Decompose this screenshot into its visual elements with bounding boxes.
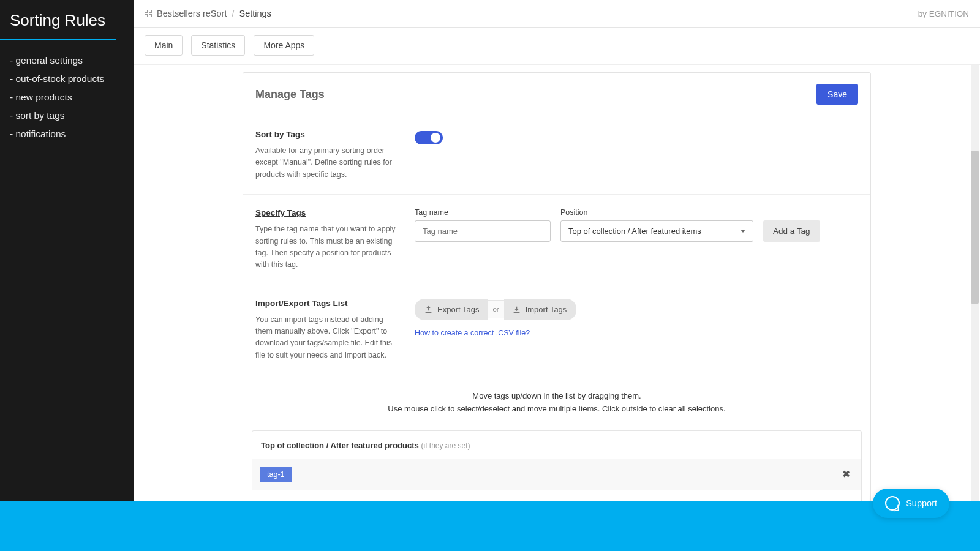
zone-top-title: Top of collection / After featured produ… <box>261 441 421 450</box>
tab-statistics[interactable]: Statistics <box>191 35 245 56</box>
sort-by-tags-heading: Sort by Tags <box>255 130 400 139</box>
reorder-hint-2: Use mouse click to select/deselect and m… <box>249 403 864 416</box>
content-scroll[interactable]: Manage Tags Save Sort by Tags Available … <box>134 65 980 501</box>
tab-main[interactable]: Main <box>145 35 183 56</box>
zone-top-subtitle: (if they are set) <box>421 441 470 450</box>
support-button[interactable]: Support <box>873 489 949 501</box>
import-export-heading: Import/Export Tags List <box>255 299 400 308</box>
vendor-byline: by EGNITION <box>918 9 969 18</box>
tag-zones: Top of collection / After featured produ… <box>252 430 862 501</box>
import-export-desc: You can import tags instead of adding th… <box>255 314 400 362</box>
apps-icon <box>145 10 152 17</box>
scrollbar[interactable] <box>971 65 979 501</box>
download-icon <box>513 305 521 313</box>
position-value: Top of collection / After featured items <box>568 227 701 236</box>
sidebar-item-notifications[interactable]: - notifications <box>10 125 124 143</box>
save-button[interactable]: Save <box>816 84 858 105</box>
tag-chip[interactable]: tag-1 <box>260 467 292 482</box>
zone-top-heading: Top of collection / After featured produ… <box>252 431 861 459</box>
sidebar-item-general[interactable]: - general settings <box>10 51 124 70</box>
sort-by-tags-toggle[interactable] <box>415 131 443 144</box>
sidebar-title: Sorting Rules <box>0 0 134 39</box>
tag-name-input[interactable] <box>415 220 551 242</box>
breadcrumb: Bestsellers reSort / Settings <box>145 9 271 18</box>
or-separator: or <box>488 300 503 318</box>
manage-tags-panel: Manage Tags Save Sort by Tags Available … <box>243 72 871 501</box>
sidebar: Sorting Rules - general settings - out-o… <box>0 0 134 501</box>
add-tag-button[interactable]: Add a Tag <box>763 220 820 242</box>
reorder-hint-1: Move tags up/down in the list by draggin… <box>249 390 864 403</box>
support-label: Support <box>906 498 937 501</box>
tag-name-label: Tag name <box>415 208 551 217</box>
zone-top-body[interactable]: tag-1 ✖ <box>252 459 861 490</box>
export-tags-button[interactable]: Export Tags <box>415 299 488 320</box>
position-label: Position <box>560 208 753 217</box>
import-export-group: Export Tags or Import Tags <box>415 299 858 320</box>
import-tags-label: Import Tags <box>526 305 567 314</box>
sidebar-underline <box>0 39 116 40</box>
panel-title: Manage Tags <box>255 88 325 101</box>
toggle-knob <box>431 133 440 143</box>
scrollbar-thumb[interactable] <box>971 151 979 304</box>
breadcrumb-separator: / <box>232 9 234 18</box>
tab-more-apps[interactable]: More Apps <box>254 35 314 56</box>
export-tags-label: Export Tags <box>437 305 479 314</box>
close-icon[interactable]: ✖ <box>839 468 854 480</box>
breadcrumb-app-link[interactable]: Bestsellers reSort <box>157 9 227 18</box>
reorder-instructions: Move tags up/down in the list by draggin… <box>243 375 870 422</box>
specify-tags-heading: Specify Tags <box>255 208 400 217</box>
chat-icon <box>885 496 900 501</box>
breadcrumb-current: Settings <box>239 9 271 18</box>
sort-by-tags-desc: Available for any primary sorting order … <box>255 145 400 181</box>
main-area: Bestsellers reSort / Settings by EGNITIO… <box>134 0 980 501</box>
zone-before-oos-heading: Before out of stock products <box>252 490 861 501</box>
tabbar: Main Statistics More Apps <box>134 28 980 65</box>
sidebar-item-new-products[interactable]: - new products <box>10 88 124 107</box>
csv-help-link[interactable]: How to create a correct .CSV file? <box>415 329 858 337</box>
topbar: Bestsellers reSort / Settings by EGNITIO… <box>134 0 980 28</box>
import-tags-button[interactable]: Import Tags <box>504 299 577 320</box>
sidebar-item-sort-by-tags[interactable]: - sort by tags <box>10 107 124 125</box>
upload-icon <box>424 305 432 313</box>
sidebar-item-out-of-stock[interactable]: - out-of-stock products <box>10 70 124 88</box>
specify-tags-desc: Type the tag name that you want to apply… <box>255 223 400 271</box>
chevron-down-icon <box>741 230 745 233</box>
position-select[interactable]: Top of collection / After featured items <box>560 220 753 242</box>
